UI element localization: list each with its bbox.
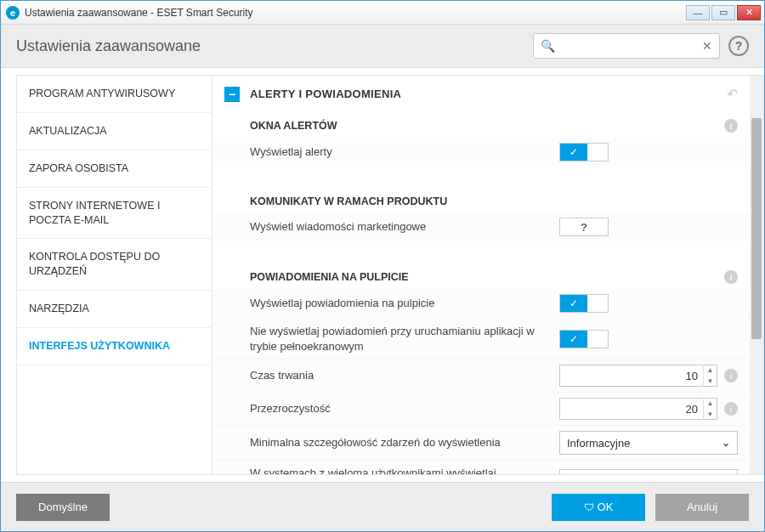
- toggle-show-desktop[interactable]: ✓: [559, 294, 609, 313]
- close-button[interactable]: ✕: [737, 5, 761, 20]
- search-input[interactable]: [555, 39, 702, 54]
- spin-up-icon[interactable]: ▲: [704, 365, 717, 376]
- label-verbosity: Minimalna szczegółowość zdarzeń do wyświ…: [250, 435, 559, 450]
- sidebar-item-antivirus[interactable]: PROGRAM ANTYWIRUSOWY: [17, 76, 212, 113]
- label-show-desktop: Wyświetlaj powiadomienia na pulpicie: [250, 296, 559, 311]
- search-icon: 🔍: [541, 39, 555, 53]
- label-fullscreen-suppress: Nie wyświetlaj powiadomień przy uruchami…: [250, 324, 559, 354]
- subsection-alert-windows: OKNA ALERTÓW i: [212, 110, 750, 138]
- info-icon[interactable]: i: [724, 369, 738, 382]
- info-icon[interactable]: i: [724, 119, 738, 133]
- clear-search-icon[interactable]: ✕: [702, 39, 712, 53]
- check-icon: ✓: [560, 144, 587, 161]
- ok-button[interactable]: 🛡 OK: [552, 494, 645, 521]
- app-window: e Ustawienia zaawansowane - ESET Smart S…: [0, 0, 765, 532]
- subsection-title: KOMUNIKATY W RAMACH PRODUKTU: [250, 195, 447, 207]
- panel-title: ALERTY I POWIADOMIENIA: [250, 88, 401, 100]
- sidebar-item-device-control[interactable]: KONTROLA DOSTĘPU DO URZĄDZEŃ: [17, 239, 212, 291]
- toggle-show-alerts[interactable]: ✓: [559, 143, 609, 161]
- help-button[interactable]: ?: [728, 36, 749, 56]
- sidebar: PROGRAM ANTYWIRUSOWY AKTUALIZACJA ZAPORA…: [16, 75, 212, 475]
- row-multiuser: W systemach z wieloma użytkownikami wyśw…: [212, 460, 750, 474]
- titlebar: e Ustawienia zaawansowane - ESET Smart S…: [1, 1, 764, 25]
- label-marketing: Wyświetl wiadomości marketingowe: [250, 219, 559, 235]
- scrollbar-track[interactable]: [750, 76, 763, 474]
- row-verbosity: Minimalna szczegółowość zdarzeń do wyświ…: [212, 425, 750, 460]
- subsection-desktop-notifications: POWIADOMIENIA NA PULPICIE i: [212, 262, 750, 289]
- eset-logo-icon: e: [6, 6, 20, 20]
- row-show-alerts: Wyświetlaj alerty ✓: [212, 138, 750, 167]
- value-transparency: 20: [560, 403, 703, 416]
- scrollbar-thumb[interactable]: [751, 118, 762, 339]
- sidebar-item-tools[interactable]: NARZĘDZIA: [17, 291, 212, 328]
- value-verbosity: Informacyjne: [567, 437, 722, 450]
- window-title: Ustawienia zaawansowane - ESET Smart Sec…: [25, 7, 253, 19]
- panel-header: − ALERTY I POWIADOMIENIA ↶: [212, 76, 750, 110]
- spin-down-icon[interactable]: ▼: [704, 409, 717, 420]
- search-box[interactable]: 🔍 ✕: [533, 33, 720, 59]
- reset-section-icon[interactable]: ↶: [727, 86, 738, 102]
- toggle-fullscreen-suppress[interactable]: ✓: [559, 330, 609, 348]
- sidebar-item-web-email[interactable]: STRONY INTERNETOWE I POCZTA E-MAIL: [17, 188, 212, 240]
- value-duration: 10: [560, 370, 703, 382]
- check-icon: ✓: [560, 331, 587, 348]
- spin-down-icon[interactable]: ▼: [704, 376, 717, 387]
- minimize-button[interactable]: —: [686, 5, 710, 20]
- sidebar-item-user-interface[interactable]: INTERFEJS UŻYTKOWNIKA: [17, 328, 212, 365]
- collapse-toggle[interactable]: −: [224, 87, 240, 102]
- row-duration: Czas trwania 10 ▲ ▼ i: [212, 359, 750, 392]
- label-transparency: Przezroczystość: [250, 401, 559, 416]
- toggle-marketing[interactable]: ?: [559, 218, 609, 236]
- defaults-button[interactable]: Domyślne: [16, 494, 110, 521]
- row-transparency: Przezroczystość 20 ▲ ▼ i: [212, 392, 750, 425]
- sidebar-item-update[interactable]: AKTUALIZACJA: [17, 113, 212, 150]
- shield-icon: 🛡: [584, 501, 594, 513]
- spin-up-icon[interactable]: ▲: [704, 398, 717, 409]
- row-marketing: Wyświetl wiadomości marketingowe ?: [212, 212, 750, 241]
- row-show-desktop: Wyświetlaj powiadomienia na pulpicie ✓: [212, 289, 750, 318]
- info-icon[interactable]: i: [724, 402, 738, 416]
- row-fullscreen-suppress: Nie wyświetlaj powiadomień przy uruchami…: [212, 318, 750, 359]
- sidebar-item-firewall[interactable]: ZAPORA OSOBISTA: [17, 150, 212, 188]
- footer: Domyślne 🛡 OK Anuluj: [1, 482, 764, 531]
- check-icon: ✓: [560, 295, 587, 312]
- page-title: Ustawienia zaawansowane: [16, 37, 201, 55]
- settings-panel: − ALERTY I POWIADOMIENIA ↶ OKNA ALERTÓW …: [212, 76, 750, 474]
- label-show-alerts: Wyświetlaj alerty: [250, 144, 559, 160]
- subsection-title: OKNA ALERTÓW: [250, 120, 337, 132]
- subsection-product-messages: KOMUNIKATY W RAMACH PRODUKTU: [212, 187, 750, 212]
- input-transparency[interactable]: 20 ▲ ▼: [559, 398, 717, 420]
- info-icon[interactable]: i: [724, 270, 738, 284]
- chevron-down-icon: ⌄: [722, 437, 730, 449]
- select-verbosity[interactable]: Informacyjne ⌄: [559, 431, 738, 455]
- cancel-button[interactable]: Anuluj: [655, 494, 749, 521]
- header: Ustawienia zaawansowane 🔍 ✕ ?: [1, 25, 764, 68]
- input-duration[interactable]: 10 ▲ ▼: [559, 365, 717, 387]
- label-duration: Czas trwania: [250, 368, 559, 383]
- subsection-title: POWIADOMIENIA NA PULPICIE: [250, 271, 409, 283]
- input-multiuser[interactable]: [559, 469, 738, 474]
- maximize-button[interactable]: ▭: [711, 5, 735, 20]
- label-multiuser: W systemach z wieloma użytkownikami wyśw…: [250, 466, 559, 474]
- question-icon: ?: [576, 218, 592, 235]
